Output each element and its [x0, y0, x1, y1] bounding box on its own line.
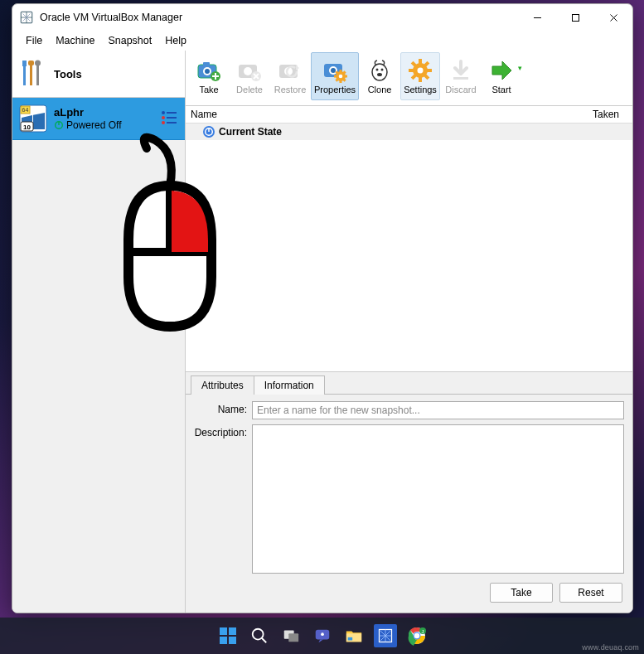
minimize-button[interactable] [518, 4, 556, 31]
svg-rect-55 [229, 637, 236, 644]
toolbar: Take Delete Restore Properties Clone [186, 51, 632, 106]
toolbar-start[interactable]: ▾ Start [482, 52, 521, 100]
svg-rect-19 [167, 122, 177, 124]
power-icon [202, 125, 215, 138]
snapshot-current-state[interactable]: Current State [186, 124, 632, 140]
gear-icon [408, 58, 433, 83]
svg-rect-53 [229, 627, 236, 635]
svg-text:J: J [421, 629, 424, 634]
svg-rect-62 [347, 637, 352, 641]
virtualbox-icon[interactable] [374, 624, 397, 647]
svg-point-26 [244, 67, 252, 75]
right-pane: Take Delete Restore Properties Clone [186, 51, 632, 613]
vm-name: aLphr [54, 106, 121, 119]
svg-point-56 [252, 629, 263, 640]
svg-point-38 [377, 73, 382, 76]
snapshot-name-input[interactable] [252, 401, 624, 419]
name-label: Name: [194, 401, 247, 415]
menubar: File Machine Snapshot Help [12, 31, 632, 51]
left-pane: Tools 64 10 aLphr [12, 51, 186, 613]
toolbar-delete: Delete [230, 52, 269, 100]
chrome-icon[interactable]: J [405, 624, 429, 647]
maximize-button[interactable] [556, 4, 594, 31]
svg-point-66 [414, 633, 419, 639]
toolbar-clone[interactable]: Clone [360, 52, 399, 100]
svg-rect-23 [203, 62, 210, 66]
titlebar: Oracle VM VirtualBox Manager [12, 4, 632, 31]
chat-icon[interactable] [311, 624, 334, 647]
svg-text:10: 10 [23, 124, 31, 131]
tab-attributes[interactable]: Attributes [191, 375, 254, 395]
discard-arrow-icon [448, 58, 473, 83]
taskbar[interactable]: J [0, 618, 644, 654]
svg-point-35 [372, 64, 387, 80]
toolbar-settings[interactable]: Settings [400, 52, 440, 100]
svg-point-36 [376, 69, 379, 71]
vm-state: Powered Off [54, 119, 121, 131]
svg-rect-41 [419, 59, 422, 64]
menu-machine[interactable]: Machine [49, 32, 101, 49]
attributes-panel: Attributes Information Name: Description… [186, 371, 632, 613]
chevron-down-icon: ▾ [518, 64, 522, 72]
svg-rect-44 [427, 69, 432, 72]
column-taken[interactable]: Taken [593, 109, 632, 120]
snapshot-list[interactable]: Current State [186, 124, 632, 371]
menu-file[interactable]: File [19, 32, 49, 49]
search-icon[interactable] [248, 624, 271, 647]
tools-button[interactable]: Tools [12, 51, 185, 98]
menu-snapshot[interactable]: Snapshot [101, 32, 158, 49]
reset-button[interactable]: Reset [559, 583, 622, 603]
close-button[interactable] [594, 4, 632, 31]
clone-icon [367, 58, 392, 83]
camera-restore-icon [278, 58, 303, 83]
camera-plus-icon [196, 58, 221, 83]
watermark: www.deuaq.com [582, 643, 639, 652]
description-label: Description: [194, 424, 247, 438]
svg-rect-42 [419, 77, 422, 82]
svg-rect-52 [220, 627, 227, 635]
camera-gear-icon [322, 58, 347, 83]
svg-rect-43 [409, 69, 414, 72]
tools-label: Tools [54, 68, 82, 80]
toolbar-take[interactable]: Take [189, 52, 229, 100]
snapshot-columns: Name Taken [186, 106, 632, 124]
svg-point-22 [205, 69, 210, 74]
snapshot-description-input[interactable] [252, 424, 624, 574]
svg-point-18 [162, 121, 165, 124]
vm-list-item[interactable]: 64 10 aLphr Powered Off [12, 98, 185, 140]
menu-help[interactable]: Help [158, 32, 193, 49]
svg-rect-5 [28, 61, 34, 65]
svg-rect-1 [572, 14, 579, 21]
svg-point-34 [339, 75, 343, 79]
svg-rect-15 [167, 112, 177, 114]
toolbar-restore: Restore [270, 52, 310, 100]
svg-rect-54 [220, 637, 227, 644]
start-arrow-icon [489, 58, 514, 83]
take-button[interactable]: Take [490, 583, 553, 603]
svg-point-7 [35, 60, 41, 65]
svg-point-14 [162, 111, 165, 114]
svg-point-37 [381, 69, 384, 71]
toolbar-discard: Discard [441, 52, 481, 100]
svg-rect-49 [453, 77, 468, 80]
svg-rect-58 [288, 633, 298, 642]
svg-point-60 [321, 632, 324, 636]
camera-delete-icon [237, 58, 262, 83]
power-icon [54, 120, 64, 130]
task-view-icon[interactable] [279, 624, 303, 647]
column-name[interactable]: Name [186, 109, 593, 120]
svg-rect-17 [167, 117, 177, 119]
svg-rect-3 [22, 61, 27, 66]
vm-menu-icon[interactable] [160, 109, 178, 128]
tab-information[interactable]: Information [254, 375, 325, 395]
toolbar-properties[interactable]: Properties [311, 52, 359, 100]
tools-icon [19, 59, 46, 90]
app-icon [19, 10, 34, 25]
svg-point-16 [162, 116, 165, 119]
svg-point-40 [418, 68, 424, 74]
svg-text:64: 64 [22, 107, 29, 113]
start-menu-icon[interactable] [216, 624, 240, 647]
file-explorer-icon[interactable] [342, 624, 366, 647]
vm-os-icon: 64 10 [19, 104, 47, 133]
svg-point-32 [331, 68, 336, 73]
